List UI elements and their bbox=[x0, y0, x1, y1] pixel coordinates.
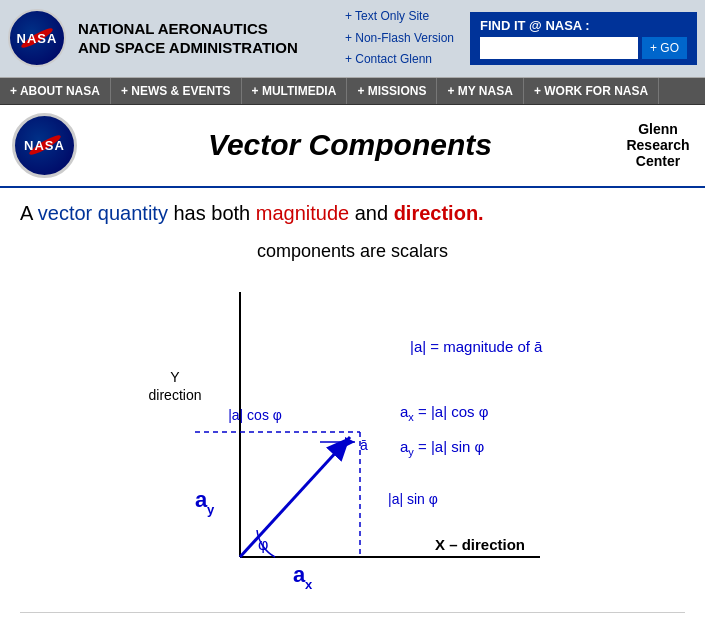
find-go-button[interactable]: + GO bbox=[642, 37, 687, 59]
navigation-bar: + ABOUT NASA + NEWS & EVENTS + MULTIMEDI… bbox=[0, 78, 705, 105]
diagram-section: components are scalars Y direction bbox=[20, 241, 685, 602]
main-content: A vector quantity has both magnitude and… bbox=[0, 188, 705, 620]
non-flash-link[interactable]: + Non-Flash Version bbox=[345, 28, 454, 50]
nav-about[interactable]: + ABOUT NASA bbox=[0, 78, 111, 104]
tagline: A vector quantity has both magnitude and… bbox=[20, 202, 685, 225]
svg-text:ax
         = |a| cos φ: ax = |a| cos φ bbox=[400, 403, 489, 424]
svg-text:ay
         = |a| sin φ: ay = |a| sin φ bbox=[400, 438, 485, 459]
nav-news[interactable]: + NEWS & EVENTS bbox=[111, 78, 242, 104]
svg-line-5 bbox=[240, 437, 350, 557]
nav-my-nasa[interactable]: + MY NASA bbox=[437, 78, 523, 104]
tagline-vector-quantity: vector quantity bbox=[38, 202, 168, 224]
find-label: FIND IT @ NASA : bbox=[480, 18, 687, 33]
org-line1: NATIONAL AERONAUTICS bbox=[78, 19, 325, 39]
svg-text:x: x bbox=[305, 577, 313, 592]
nasa-logo-text: NASA bbox=[17, 31, 58, 46]
tagline-mid: has both bbox=[173, 202, 250, 224]
find-input[interactable] bbox=[480, 37, 638, 59]
vector-diagram: Y direction X – direction a y a x φ |a| … bbox=[20, 272, 600, 602]
org-line2: AND SPACE ADMINISTRATION bbox=[78, 38, 325, 58]
tagline-direction: direction. bbox=[394, 202, 484, 224]
svg-text:Y: Y bbox=[170, 369, 180, 385]
site-header: NASA NATIONAL AERONAUTICS AND SPACE ADMI… bbox=[0, 0, 705, 78]
contact-glenn-link[interactable]: + Contact Glenn bbox=[345, 49, 454, 71]
nasa-logo-small: NASA bbox=[8, 9, 66, 67]
find-row: + GO bbox=[480, 37, 687, 59]
svg-text:|a| sin φ: |a| sin φ bbox=[388, 491, 438, 507]
page-header: NASA Vector Components GlennResearchCent… bbox=[0, 105, 705, 188]
tagline-and: and bbox=[355, 202, 388, 224]
nav-multimedia[interactable]: + MULTIMEDIA bbox=[242, 78, 348, 104]
svg-text:y: y bbox=[207, 502, 215, 517]
tagline-pre: A bbox=[20, 202, 32, 224]
bottom-text: Math and science were invented by humans… bbox=[20, 612, 685, 620]
page-title: Vector Components bbox=[77, 128, 623, 162]
text-only-link[interactable]: + Text Only Site bbox=[345, 6, 454, 28]
svg-text:|a| = magnitude of  ā: |a| = magnitude of ā bbox=[410, 338, 543, 355]
svg-text:|a| cos φ: |a| cos φ bbox=[228, 407, 282, 423]
tagline-magnitude: magnitude bbox=[256, 202, 349, 224]
svg-text:ā: ā bbox=[360, 437, 368, 453]
grc-label: GlennResearchCenter bbox=[623, 121, 693, 169]
svg-text:direction: direction bbox=[149, 387, 202, 403]
nav-missions[interactable]: + MISSIONS bbox=[347, 78, 437, 104]
header-links: + Text Only Site + Non-Flash Version + C… bbox=[345, 6, 454, 71]
diagram-title: components are scalars bbox=[20, 241, 685, 262]
find-it-box: FIND IT @ NASA : + GO bbox=[470, 12, 697, 65]
nav-work[interactable]: + WORK FOR NASA bbox=[524, 78, 659, 104]
svg-text:X – direction: X – direction bbox=[435, 536, 525, 553]
org-title: NATIONAL AERONAUTICS AND SPACE ADMINISTR… bbox=[78, 19, 325, 58]
nasa-logo-large: NASA bbox=[12, 113, 77, 178]
